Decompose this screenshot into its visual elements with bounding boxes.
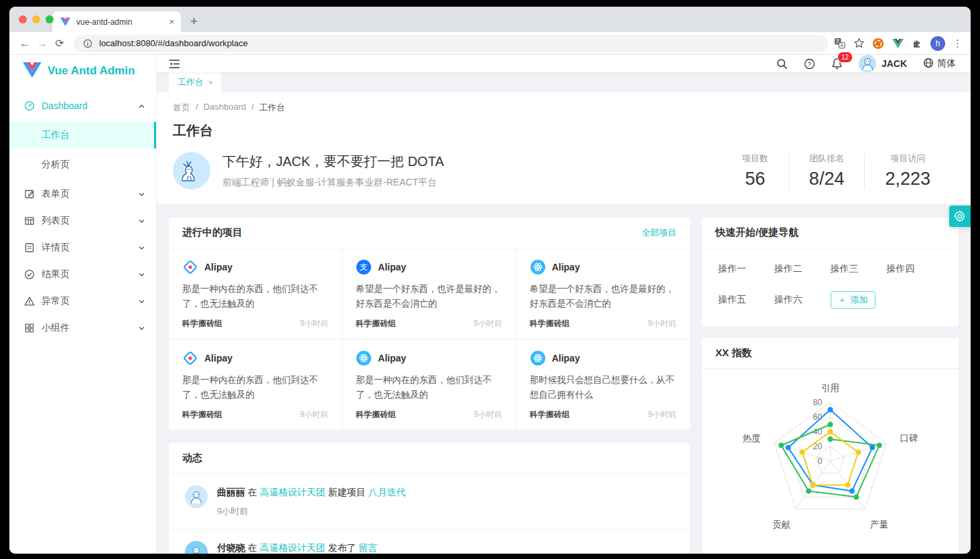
activity-target-link[interactable]: 八月迭代	[368, 487, 406, 497]
help-icon[interactable]: ?	[804, 58, 815, 70]
quick-nav-link[interactable]: 操作五	[718, 294, 774, 306]
page-tab-close-icon[interactable]: ×	[208, 78, 212, 86]
project-card[interactable]: Alipay那时候我只会想自己想要什么，从不想自己拥有什么科学搬砖组9小时前	[516, 339, 690, 430]
app-logo[interactable]: Vue Antd Admin	[9, 55, 156, 87]
project-group-link[interactable]: 科学搬砖组	[182, 409, 222, 420]
translate-icon[interactable]: 文A	[833, 37, 845, 50]
breadcrumb-home[interactable]: 首页	[173, 102, 190, 114]
all-projects-link[interactable]: 全部项目	[642, 227, 677, 239]
extension-orange-icon[interactable]	[872, 37, 884, 50]
chevron-down-icon	[138, 271, 145, 278]
stat-value: 56	[742, 169, 768, 189]
project-description: 那是一种内在的东西，他们到达不了，也无法触及的	[356, 373, 502, 403]
page-tab-workplace[interactable]: 工作台 ×	[169, 72, 221, 92]
chevron-down-icon	[138, 244, 145, 252]
sidebar-item-结果页[interactable]: 结果页	[9, 261, 156, 288]
index-radar-card: XX 指数 020406080引用口碑产量贡献热度 abc	[702, 338, 959, 554]
sidebar-item-详情页[interactable]: 详情页	[9, 234, 156, 261]
address-bar[interactable]: localhost:8080/#/dashboard/workplace	[74, 35, 828, 52]
vue-devtools-icon[interactable]	[892, 37, 904, 50]
extensions-puzzle-icon[interactable]	[911, 37, 923, 50]
new-tab-button[interactable]: +	[190, 15, 198, 27]
bookmark-star-icon[interactable]	[853, 37, 865, 50]
browser-tab[interactable]: vue-antd-admin ×	[52, 11, 181, 32]
tab-close-icon[interactable]: ×	[169, 17, 174, 27]
project-card[interactable]: Alipay那是一种内在的东西，他们到达不了，也无法触及的科学搬砖组9小时前	[342, 339, 516, 430]
window-close-button[interactable]	[19, 15, 27, 23]
project-group-link[interactable]: 科学搬砖组	[356, 318, 396, 329]
activity-user[interactable]: 曲丽丽	[217, 487, 245, 497]
window-minimize-button[interactable]	[32, 15, 40, 23]
project-group-link[interactable]: 科学搬砖组	[356, 409, 396, 420]
browser-profile-avatar[interactable]: h	[930, 36, 945, 51]
page-title: 工作台	[173, 122, 955, 140]
sidebar-item-dashboard[interactable]: Dashboard	[9, 92, 156, 119]
window-maximize-button[interactable]	[46, 15, 54, 23]
form-icon	[24, 189, 35, 199]
greeting-text: 下午好，JACK，要不要打一把 DOTA	[222, 153, 444, 171]
menu-fold-icon[interactable]	[169, 59, 180, 69]
back-icon[interactable]: ←	[16, 35, 33, 52]
quick-nav-link[interactable]: 操作一	[718, 263, 774, 275]
stat-value: 8/24	[809, 169, 845, 189]
radar-axis-label: 产量	[870, 519, 888, 530]
search-icon[interactable]	[776, 58, 788, 70]
activity-target-link[interactable]: 留言	[359, 542, 378, 553]
quick-nav-link[interactable]: 操作三	[831, 263, 887, 275]
user-menu[interactable]: JACK	[859, 55, 907, 72]
project-name[interactable]: Alipay	[378, 353, 406, 364]
activity-user[interactable]: 付晓晓	[217, 542, 245, 553]
project-name[interactable]: Alipay	[552, 262, 580, 272]
breadcrumb-dashboard[interactable]: Dashboard	[204, 102, 247, 114]
project-updated-time: 9小时前	[648, 318, 677, 329]
site-info-icon[interactable]	[82, 37, 94, 50]
sidebar-item-label: 异常页	[42, 295, 70, 307]
project-card[interactable]: Alipay希望是一个好东西，也许是最好的，好东西是不会消亡的科学搬砖组9小时前	[516, 248, 690, 339]
content: 进行中的项目 全部项目 Alipay那是一种内在的东西，他们到达不了，也无法触及…	[157, 204, 971, 554]
project-name[interactable]: Alipay	[204, 262, 232, 272]
antd-logo-icon	[182, 259, 198, 275]
project-card[interactable]: 支Alipay希望是一个好东西，也许是最好的，好东西是不会消亡的科学搬砖组9小时…	[342, 248, 516, 339]
forward-icon[interactable]: →	[33, 35, 51, 52]
quick-nav-link[interactable]: 操作六	[774, 294, 831, 306]
sidebar-item-列表页[interactable]: 列表页	[9, 208, 156, 234]
quick-nav-link[interactable]: 操作二	[774, 263, 831, 275]
sidebar-subitem-分析页[interactable]: 分析页	[9, 151, 156, 178]
stats-row: 项目数 56 团队排名 8/24 项目访问 2,223	[722, 153, 951, 189]
activity-group-link[interactable]: 高逼格设计天团	[260, 542, 326, 553]
project-group-link[interactable]: 科学搬砖组	[182, 318, 222, 329]
project-name[interactable]: Alipay	[378, 262, 406, 272]
project-description: 希望是一个好东西，也许是最好的，好东西是不会消亡的	[530, 282, 677, 312]
project-card[interactable]: Alipay那是一种内在的东西，他们到达不了，也无法触及的科学搬砖组9小时前	[169, 339, 342, 430]
activity-group-link[interactable]: 高逼格设计天团	[260, 487, 326, 497]
chevron-down-icon	[138, 191, 145, 198]
theme-settings-button[interactable]	[949, 206, 971, 227]
project-updated-time: 9小时前	[474, 409, 502, 420]
radar-axis-label: 热度	[743, 432, 761, 443]
project-card[interactable]: Alipay那是一种内在的东西，他们到达不了，也无法触及的科学搬砖组9小时前	[169, 248, 342, 339]
project-name[interactable]: Alipay	[204, 353, 232, 364]
project-group-link[interactable]: 科学搬砖组	[530, 318, 570, 329]
language-selector[interactable]: 简体	[923, 58, 956, 70]
page-tab-bar: 工作台 ×	[157, 72, 971, 92]
project-group-link[interactable]: 科学搬砖组	[530, 409, 570, 420]
quick-nav-link[interactable]: 操作四	[886, 263, 942, 275]
notification-bell-icon[interactable]: 12	[831, 58, 843, 70]
radar-axis-label: 口碑	[900, 432, 919, 443]
sidebar-menu: Dashboard工作台分析页表单页列表页详情页结果页异常页小组件	[9, 87, 156, 341]
project-updated-time: 9小时前	[300, 318, 329, 329]
sidebar-item-表单页[interactable]: 表单页	[9, 181, 156, 208]
projects-card: 进行中的项目 全部项目 Alipay那是一种内在的东西，他们到达不了，也无法触及…	[169, 218, 690, 430]
radar-axis-label: 引用	[821, 382, 839, 393]
sidebar-subitem-工作台[interactable]: 工作台	[9, 122, 156, 149]
chevron-down-icon	[138, 218, 145, 225]
browser-menu-icon[interactable]: ⋮	[953, 37, 963, 50]
sidebar-item-异常页[interactable]: 异常页	[9, 288, 156, 315]
activity-avatar	[185, 541, 208, 554]
reload-icon[interactable]: ⟳	[51, 35, 68, 52]
add-quick-nav-button[interactable]: ＋添加	[831, 291, 876, 309]
sidebar-item-小组件[interactable]: 小组件	[9, 315, 156, 341]
project-name[interactable]: Alipay	[552, 353, 580, 364]
stat-team-rank: 团队排名 8/24	[788, 153, 865, 189]
project-updated-time: 9小时前	[648, 409, 677, 420]
